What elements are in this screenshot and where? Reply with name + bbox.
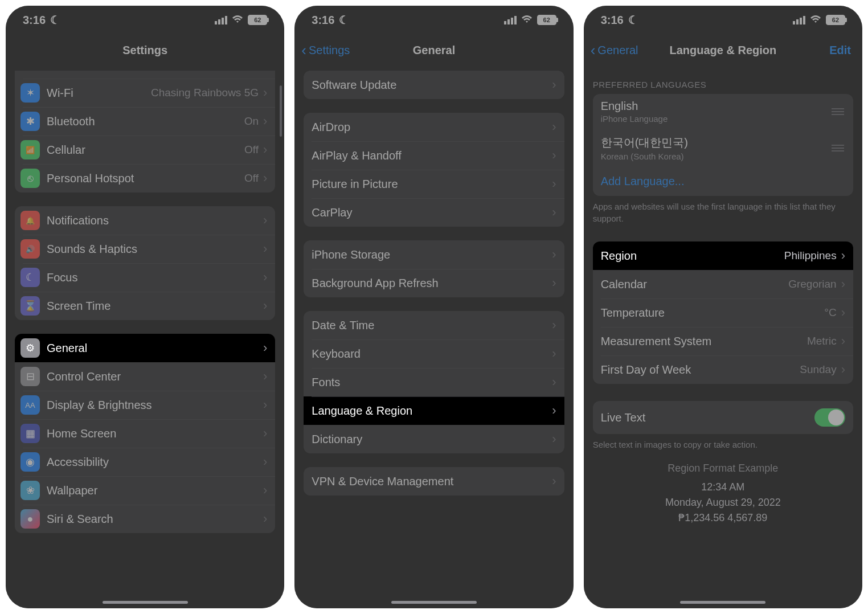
- language-subtitle: Korean (South Korea): [601, 152, 830, 161]
- back-button[interactable]: ‹ General: [591, 43, 638, 58]
- edit-button[interactable]: Edit: [829, 44, 851, 57]
- settings-row-personal-hotspot[interactable]: ⎋Personal HotspotOff›: [15, 164, 275, 193]
- chevron-right-icon: ›: [841, 278, 845, 290]
- settings-row-partial[interactable]: [15, 71, 275, 79]
- status-bar: 3:16 ☾ 62: [6, 6, 284, 34]
- language-row[interactable]: EnglishiPhone Language: [593, 94, 853, 129]
- scrollbar[interactable]: [280, 85, 282, 137]
- home-indicator[interactable]: [680, 601, 765, 604]
- general-row-vpn-device-management[interactable]: VPN & Device Management›: [304, 467, 564, 496]
- chevron-right-icon: ›: [552, 178, 556, 190]
- status-time: 3:16: [23, 14, 46, 27]
- row-label: iPhone Storage: [312, 248, 552, 261]
- settings-row-wi-fi[interactable]: ✶Wi-FiChasing Rainbows 5G›: [15, 79, 275, 107]
- back-label: Settings: [309, 44, 350, 57]
- home-indicator[interactable]: [103, 601, 188, 604]
- row-label: Calendar: [601, 278, 789, 291]
- region-row-region[interactable]: RegionPhilippines›: [593, 241, 853, 270]
- general-row-software-update[interactable]: Software Update›: [304, 71, 564, 99]
- settings-row-control-center[interactable]: ⊟Control Center›: [15, 362, 275, 391]
- settings-row-general[interactable]: ⚙General›: [15, 334, 275, 362]
- settings-row-cellular[interactable]: 📶CellularOff›: [15, 136, 275, 164]
- settings-row-wallpaper[interactable]: ❀Wallpaper›: [15, 476, 275, 505]
- row-label: Wi-Fi: [47, 87, 151, 100]
- control-center-icon: ⊟: [21, 367, 40, 386]
- row-label: Fonts: [312, 376, 552, 389]
- preferred-languages-header: PREFERRED LANGUAGES: [584, 66, 862, 94]
- row-label: Dictionary: [312, 433, 552, 446]
- wifi-icon: [521, 14, 533, 27]
- settings-row-siri-search[interactable]: ●Siri & Search›: [15, 505, 275, 533]
- home-indicator[interactable]: [391, 601, 477, 604]
- reorder-handle-icon[interactable]: [830, 108, 845, 115]
- language-row[interactable]: 한국어(대한민국)Korean (South Korea): [593, 129, 853, 167]
- general-list[interactable]: Software Update›AirDrop›AirPlay & Handof…: [294, 66, 573, 608]
- add-language-button[interactable]: Add Language...: [593, 167, 853, 196]
- display-icon: AA: [21, 395, 40, 415]
- general-row-background-app-refresh[interactable]: Background App Refresh›: [304, 269, 564, 297]
- row-label: Bluetooth: [47, 115, 244, 128]
- focus-icon: ☾: [21, 268, 40, 287]
- settings-row-screen-time[interactable]: ⌛Screen Time›: [15, 292, 275, 320]
- general-row-fonts[interactable]: Fonts›: [304, 368, 564, 396]
- settings-row-home-screen[interactable]: ▦Home Screen›: [15, 419, 275, 448]
- row-label: Picture in Picture: [312, 178, 552, 191]
- settings-list[interactable]: ✶Wi-FiChasing Rainbows 5G›✱BluetoothOn›📶…: [6, 66, 284, 608]
- chevron-right-icon: ›: [841, 335, 845, 347]
- siri-icon: ●: [21, 509, 40, 529]
- general-row-iphone-storage[interactable]: iPhone Storage›: [304, 240, 564, 269]
- status-time: 3:16: [601, 14, 624, 27]
- row-label: Date & Time: [312, 319, 552, 332]
- wifi-icon: ✶: [21, 83, 40, 103]
- row-label: Focus: [47, 271, 263, 284]
- row-label: AirDrop: [312, 121, 552, 134]
- status-bar: 3:16 ☾ 62: [584, 6, 862, 34]
- region-row-measurement-system[interactable]: Measurement SystemMetric›: [593, 327, 853, 355]
- row-label: Personal Hotspot: [47, 172, 244, 185]
- settings-row-sounds-haptics[interactable]: 🔊Sounds & Haptics›: [15, 235, 275, 263]
- general-row-picture-in-picture[interactable]: Picture in Picture›: [304, 170, 564, 198]
- settings-row-display-brightness[interactable]: AADisplay & Brightness›: [15, 391, 275, 419]
- row-value: Off: [244, 172, 259, 185]
- settings-screen: 3:16 ☾ 62 Settings ✶Wi-FiChasing Rainbow…: [6, 6, 284, 608]
- settings-row-focus[interactable]: ☾Focus›: [15, 263, 275, 292]
- general-row-airdrop[interactable]: AirDrop›: [304, 113, 564, 141]
- back-button[interactable]: ‹ Settings: [301, 43, 350, 58]
- chevron-right-icon: ›: [552, 79, 556, 91]
- row-label: Measurement System: [601, 335, 807, 348]
- chevron-right-icon: ›: [263, 342, 267, 354]
- live-text-toggle[interactable]: [814, 408, 845, 427]
- chevron-right-icon: ›: [552, 404, 556, 417]
- region-row-first-day-of-week[interactable]: First Day of WeekSunday›: [593, 355, 853, 384]
- language-title: English: [601, 100, 830, 113]
- moon-icon: ☾: [339, 13, 349, 27]
- wifi-icon: [810, 14, 821, 27]
- general-row-carplay[interactable]: CarPlay›: [304, 198, 564, 227]
- chevron-right-icon: ›: [841, 306, 845, 319]
- live-text-row[interactable]: Live Text: [593, 401, 853, 434]
- chevron-right-icon: ›: [552, 433, 556, 445]
- region-row-calendar[interactable]: CalendarGregorian›: [593, 270, 853, 298]
- row-value: Philippines: [784, 249, 837, 262]
- chevron-right-icon: ›: [263, 144, 267, 156]
- chevron-right-icon: ›: [552, 248, 556, 261]
- general-screen: 3:16 ☾ 62 ‹ Settings General Software Up…: [294, 6, 573, 608]
- settings-row-accessibility[interactable]: ◉Accessibility›: [15, 448, 275, 476]
- settings-row-bluetooth[interactable]: ✱BluetoothOn›: [15, 107, 275, 136]
- language-region-list[interactable]: PREFERRED LANGUAGESEnglishiPhone Languag…: [584, 66, 862, 608]
- page-title: General: [413, 44, 455, 57]
- chevron-right-icon: ›: [263, 115, 267, 128]
- notifications-icon: 🔔: [21, 211, 40, 230]
- chevron-right-icon: ›: [841, 249, 845, 262]
- chevron-right-icon: ›: [263, 484, 267, 497]
- row-value: Chasing Rainbows 5G: [151, 87, 259, 99]
- general-row-keyboard[interactable]: Keyboard›: [304, 339, 564, 368]
- reorder-handle-icon[interactable]: [830, 145, 845, 152]
- general-row-date-time[interactable]: Date & Time›: [304, 311, 564, 339]
- settings-row-notifications[interactable]: 🔔Notifications›: [15, 206, 275, 235]
- general-row-airplay-handoff[interactable]: AirPlay & Handoff›: [304, 141, 564, 170]
- row-label: Accessibility: [47, 456, 263, 469]
- region-row-temperature[interactable]: Temperature°C›: [593, 298, 853, 327]
- general-row-language-region[interactable]: Language & Region›: [304, 396, 564, 425]
- general-row-dictionary[interactable]: Dictionary›: [304, 425, 564, 453]
